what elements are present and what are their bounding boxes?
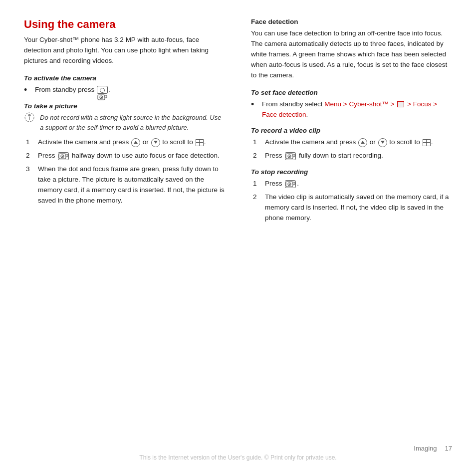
activate-section: To activate the camera • From standby pr… xyxy=(24,74,225,96)
right-column: Face detection You can use face detectio… xyxy=(246,18,452,440)
activate-text: From standby press . xyxy=(35,85,110,95)
svg-marker-14 xyxy=(361,141,365,144)
cybershot-link: Cyber-shot™ > xyxy=(349,100,394,108)
footer-content: Imaging 17 This is the Internet version … xyxy=(24,445,452,461)
take-picture-heading: To take a picture xyxy=(24,102,225,110)
bullet-dot: • xyxy=(24,85,33,96)
footer-section-label: Imaging xyxy=(414,445,437,452)
record-step-1: 1 Activate the camera and press or to sc… xyxy=(253,137,452,148)
stop-recording-heading: To stop recording xyxy=(251,168,452,176)
content-area: Using the camera Your Cyber-shot™ phone … xyxy=(24,18,452,440)
camera-btn4-icon xyxy=(285,180,296,188)
left-column: Using the camera Your Cyber-shot™ phone … xyxy=(24,18,230,440)
svg-point-18 xyxy=(289,156,290,157)
svg-marker-8 xyxy=(134,141,138,144)
svg-marker-15 xyxy=(381,141,385,144)
svg-point-12 xyxy=(62,156,63,157)
record-video-heading: To record a video clip xyxy=(251,127,452,134)
footer-note: This is the Internet version of the User… xyxy=(24,454,452,461)
set-face-bullet: • From standby select Menu > Cyber-shot™… xyxy=(251,99,452,120)
stop-steps-list: 1 Press . xyxy=(253,179,452,224)
record-video-section: To record a video clip 1 Activate the ca… xyxy=(251,127,452,161)
footer-page-number: 17 xyxy=(445,445,452,452)
steps-list: 1 Activate the camera and press or to sc… xyxy=(26,137,225,206)
menu-link: Menu > xyxy=(324,100,347,108)
step-2: 2 Press halfway dow xyxy=(26,151,225,161)
footer-page-row: Imaging 17 xyxy=(24,445,452,452)
stop-recording-section: To stop recording 1 Press xyxy=(251,168,452,224)
down-arrow-icon xyxy=(151,138,160,147)
activate-bullet: • From standby press . xyxy=(24,85,225,96)
svg-marker-9 xyxy=(154,141,158,144)
up-arrow-icon xyxy=(131,138,140,147)
warning-box: Do not record with a strong light source… xyxy=(24,113,225,132)
face-detection-title: Face detection xyxy=(251,18,452,25)
svg-point-2 xyxy=(101,97,102,98)
stop-step-2: 2 The video clip is automatically saved … xyxy=(253,192,452,224)
warning-icon xyxy=(24,112,38,127)
set-face-heading: To set face detection xyxy=(251,89,452,96)
grid-icon xyxy=(196,139,204,146)
footer: Imaging 17 This is the Internet version … xyxy=(24,440,452,461)
svg-point-22 xyxy=(289,184,290,185)
svg-point-5 xyxy=(28,114,31,117)
camera-btn-icon xyxy=(97,86,108,94)
step-1: 1 Activate the camera and press or to sc… xyxy=(26,137,225,148)
intro-text: Your Cyber-shot™ phone has 3.2 MP with a… xyxy=(24,35,225,66)
step-3: 3 When the dot and focus frame are green… xyxy=(26,164,225,206)
up-arrow2-icon xyxy=(358,138,367,147)
activate-heading: To activate the camera xyxy=(24,74,225,82)
small-grid-icon xyxy=(397,101,404,107)
svg-rect-3 xyxy=(105,95,107,98)
record-steps-list: 1 Activate the camera and press or to sc… xyxy=(253,137,452,161)
camera-btn3-icon xyxy=(285,152,296,160)
set-face-section: To set face detection • From standby sel… xyxy=(251,89,452,120)
page-title: Using the camera xyxy=(24,18,225,31)
take-picture-section: To take a picture Do not record with a s… xyxy=(24,102,225,206)
down-arrow2-icon xyxy=(378,138,387,147)
step-3-text: When the dot and focus frame are green, … xyxy=(38,164,225,206)
stop-step-1: 1 Press . xyxy=(253,179,452,189)
svg-rect-13 xyxy=(66,154,68,157)
face-detection-text: You can use face detection to bring an o… xyxy=(251,28,452,81)
bullet-dot2: • xyxy=(251,99,260,110)
camera-btn2-icon xyxy=(58,152,69,160)
grid2-icon xyxy=(423,139,431,146)
stop-step-2-text: The video clip is automatically saved on… xyxy=(265,192,452,224)
record-step-2: 2 Press fully down xyxy=(253,151,452,161)
page: Using the camera Your Cyber-shot™ phone … xyxy=(0,0,476,476)
face-detection-section: Face detection You can use face detectio… xyxy=(251,18,452,81)
warning-text: Do not record with a strong light source… xyxy=(40,113,225,132)
